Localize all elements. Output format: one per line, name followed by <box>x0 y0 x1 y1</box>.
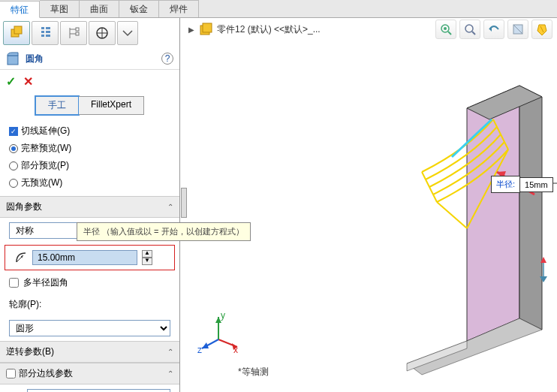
tab-features[interactable]: 特征 <box>0 1 40 18</box>
radius-spin-down[interactable]: ▼ <box>142 258 152 265</box>
svg-text:x: x <box>233 345 238 354</box>
svg-rect-21 <box>203 23 212 32</box>
svg-text:y: y <box>221 310 225 321</box>
tab-sketch[interactable]: 草图 <box>40 0 80 17</box>
panel-tab-bar <box>0 18 179 48</box>
svg-marker-32 <box>519 86 542 330</box>
svg-rect-3 <box>41 31 44 33</box>
preview-options: ✓ 切线延伸(G) 完整预览(W) 部分预览(P) 无预览(W) <box>0 118 179 196</box>
svg-rect-2 <box>41 27 44 29</box>
svg-point-24 <box>444 27 447 30</box>
partial-edge-title: 部分边线参数 <box>19 367 73 380</box>
zoom-fit-button[interactable] <box>435 20 456 39</box>
reverse-params-title: 逆转参数(B) <box>6 345 54 358</box>
svg-line-26 <box>472 32 475 35</box>
svg-rect-11 <box>76 28 79 31</box>
radius-icon <box>14 251 28 264</box>
svg-rect-4 <box>41 35 44 37</box>
ok-button[interactable]: ✓ <box>6 74 16 89</box>
partial-edge-header[interactable]: 部分边线参数 ⌃ <box>0 363 179 384</box>
full-preview-radio[interactable] <box>9 144 18 153</box>
svg-marker-18 <box>21 255 23 258</box>
callout-leader <box>553 180 557 195</box>
partial-preview-radio[interactable] <box>9 161 18 170</box>
collapse-icon: ⌃ <box>167 203 173 211</box>
display-style-button[interactable] <box>531 20 552 39</box>
section-view-button[interactable] <box>507 20 528 39</box>
partial-preview-label: 部分预览(P) <box>21 159 69 172</box>
feature-header: 圆角 ? <box>0 48 179 70</box>
radius-input-row: ▲ ▼ <box>5 245 175 270</box>
feature-manager-tab[interactable] <box>3 21 30 45</box>
svg-marker-51 <box>540 257 546 263</box>
mode-filletxpert-tab[interactable]: FilletXpert <box>79 96 144 115</box>
no-preview-radio[interactable] <box>9 179 18 188</box>
dimxpert-manager-tab[interactable] <box>89 21 116 45</box>
svg-point-25 <box>465 25 473 32</box>
callout-value[interactable]: 15mm <box>520 177 553 192</box>
tab-surface[interactable]: 曲面 <box>80 0 119 17</box>
radius-callout: 半径: 15mm <box>491 176 553 193</box>
fillet-params-title: 圆角参数 <box>6 201 42 213</box>
zoom-area-button[interactable] <box>459 20 480 39</box>
svg-marker-52 <box>540 276 547 282</box>
multi-radius-checkbox[interactable] <box>9 278 19 288</box>
partial-edge-checkbox[interactable] <box>6 369 16 378</box>
previous-view-button[interactable] <box>483 20 504 39</box>
profile-select[interactable]: 圆形 <box>9 320 170 336</box>
radius-input[interactable] <box>32 250 137 265</box>
breadcrumb-part-name[interactable]: 零件12 (默认) <<默认>_... <box>217 23 321 36</box>
help-icon[interactable]: ? <box>161 53 173 65</box>
full-preview-label: 完整预览(W) <box>21 142 71 155</box>
svg-rect-12 <box>76 32 79 35</box>
svg-rect-7 <box>46 35 50 37</box>
fillet-icon <box>6 51 21 66</box>
view-orientation-label: *等轴测 <box>238 366 269 378</box>
svg-rect-5 <box>46 27 50 29</box>
panel-overflow-tab[interactable] <box>117 21 138 45</box>
multi-radius-label: 多半径圆角 <box>23 276 68 289</box>
model-3d <box>384 78 549 378</box>
svg-rect-1 <box>14 26 22 34</box>
svg-line-23 <box>448 32 451 35</box>
profile-label: 轮廓(P): <box>9 298 41 311</box>
mode-manual-tab[interactable]: 手工 <box>35 96 79 115</box>
fillet-params-header[interactable]: 圆角参数 ⌃ <box>0 196 179 218</box>
fillet-mode-tabs: 手工 FilletXpert <box>0 93 179 118</box>
callout-label: 半径: <box>491 176 520 193</box>
edge-select[interactable]: 边线<1> <box>27 389 170 392</box>
view-toolbar <box>435 20 552 39</box>
svg-rect-6 <box>46 31 50 33</box>
no-preview-label: 无预览(W) <box>21 176 62 189</box>
ok-cancel-bar: ✓ ✕ <box>0 70 179 93</box>
orientation-triad[interactable]: x y z <box>196 309 241 354</box>
property-manager-tab[interactable] <box>32 21 59 45</box>
cut-extend-checkbox[interactable]: ✓ <box>9 127 18 136</box>
graphics-viewport[interactable]: ▶ 零件12 (默认) <<默认>_... <box>181 18 557 392</box>
svg-text:z: z <box>197 345 202 354</box>
breadcrumb-arrow-icon[interactable]: ▶ <box>188 26 194 34</box>
property-manager-panel: 圆角 ? ✓ ✕ 手工 FilletXpert ✓ 切线延伸(G) 完整预览(W… <box>0 18 180 392</box>
radius-tooltip: 半径 （输入值或以 = 开始，以创建方程式） <box>77 222 251 241</box>
reverse-params-header[interactable]: 逆转参数(B) ⌃ <box>0 341 179 363</box>
tab-weldment[interactable]: 焊件 <box>159 0 199 17</box>
cut-extend-label: 切线延伸(G) <box>21 125 70 137</box>
panel-resize-handle[interactable] <box>181 188 187 218</box>
configuration-manager-tab[interactable] <box>60 21 87 45</box>
svg-rect-16 <box>8 56 18 65</box>
cancel-button[interactable]: ✕ <box>23 74 33 89</box>
feature-title: 圆角 <box>26 53 44 65</box>
tab-sheetmetal[interactable]: 钣金 <box>119 0 159 17</box>
collapse-icon: ⌃ <box>167 348 173 356</box>
part-icon <box>199 23 212 36</box>
axis-indicator-icon <box>536 255 551 285</box>
command-manager-tabs: 特征 草图 曲面 钣金 焊件 <box>0 0 557 18</box>
collapse-icon: ⌃ <box>167 369 173 378</box>
